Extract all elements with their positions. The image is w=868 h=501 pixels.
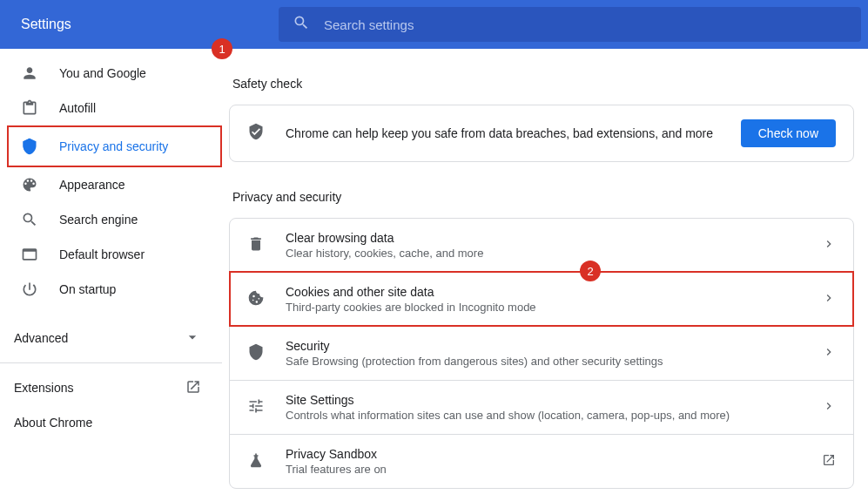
row-desc: Clear history, cookies, cache, and more <box>286 247 822 260</box>
person-icon <box>21 64 38 82</box>
sidebar-item-label: Default browser <box>59 247 145 261</box>
chevron-right-icon <box>822 237 836 254</box>
row-title: Site Settings <box>286 393 822 407</box>
row-privacy-sandbox[interactable]: Privacy Sandbox Trial features are on <box>230 434 853 488</box>
row-clear-browsing-data[interactable]: Clear browsing data Clear history, cooki… <box>230 219 853 272</box>
sidebar-about-label: About Chrome <box>14 416 92 430</box>
safety-check-card: Chrome can help keep you safe from data … <box>229 105 854 162</box>
palette-icon <box>21 176 38 193</box>
chevron-down-icon <box>184 328 201 349</box>
row-title: Security <box>286 339 822 353</box>
search-icon <box>293 14 324 35</box>
page-title: Settings <box>0 17 279 32</box>
sidebar-item-label: Autofill <box>59 101 96 115</box>
main-content: Safety check Chrome can help keep you sa… <box>222 49 868 501</box>
search-box[interactable] <box>279 7 861 42</box>
privacy-heading: Privacy and security <box>232 190 854 204</box>
sidebar-advanced-label: Advanced <box>14 331 68 345</box>
sidebar-item-on-startup[interactable]: On startup <box>0 272 208 307</box>
external-link-icon <box>822 453 836 471</box>
power-icon <box>21 281 38 298</box>
sidebar-extensions-label: Extensions <box>14 381 73 395</box>
sidebar-item-label: Privacy and security <box>59 139 168 153</box>
sidebar-item-appearance[interactable]: Appearance <box>0 167 208 202</box>
safety-check-heading: Safety check <box>232 77 854 91</box>
sidebar: You and Google Autofill Privacy and secu… <box>0 49 222 501</box>
sidebar-advanced-toggle[interactable]: Advanced <box>0 321 222 355</box>
row-desc: Controls what information sites can use … <box>286 409 822 422</box>
cookie-icon <box>247 289 265 310</box>
sidebar-item-label: On startup <box>59 282 116 296</box>
shield-check-icon <box>247 123 265 144</box>
chevron-right-icon <box>822 345 836 362</box>
row-title: Cookies and other site data <box>286 285 822 299</box>
flask-icon <box>247 451 265 472</box>
external-link-icon <box>185 379 201 397</box>
clipboard-icon <box>21 99 38 117</box>
row-cookies[interactable]: Cookies and other site data Third-party … <box>230 272 853 326</box>
chevron-right-icon <box>822 399 836 416</box>
safety-check-text: Chrome can help keep you safe from data … <box>286 126 741 140</box>
sidebar-item-label: You and Google <box>59 66 146 80</box>
row-desc: Trial features are on <box>286 463 822 476</box>
sidebar-item-default-browser[interactable]: Default browser <box>0 237 208 272</box>
header: Settings <box>0 0 868 49</box>
browser-icon <box>21 246 38 263</box>
row-title: Clear browsing data <box>286 231 822 245</box>
sidebar-item-autofill[interactable]: Autofill <box>0 91 208 125</box>
shield-icon <box>21 138 38 155</box>
chevron-right-icon <box>822 291 836 308</box>
sidebar-item-you-and-google[interactable]: You and Google <box>0 56 208 91</box>
search-icon <box>21 211 38 228</box>
check-now-button[interactable]: Check now <box>741 119 836 147</box>
sidebar-item-label: Search engine <box>59 213 138 227</box>
sidebar-extensions[interactable]: Extensions <box>0 370 222 405</box>
trash-icon <box>247 235 265 256</box>
sidebar-item-search-engine[interactable]: Search engine <box>0 202 208 237</box>
row-security[interactable]: Security Safe Browsing (protection from … <box>230 326 853 380</box>
sidebar-item-privacy[interactable]: Privacy and security <box>9 129 220 164</box>
row-desc: Third-party cookies are blocked in Incog… <box>286 301 822 314</box>
row-site-settings[interactable]: Site Settings Controls what information … <box>230 380 853 434</box>
callout-badge-1: 1 <box>212 38 232 59</box>
search-input[interactable] <box>324 17 847 32</box>
sidebar-item-label: Appearance <box>59 178 125 192</box>
sidebar-about[interactable]: About Chrome <box>0 405 222 440</box>
row-title: Privacy Sandbox <box>286 447 822 461</box>
callout-badge-2: 2 <box>580 261 601 281</box>
sliders-icon <box>247 397 265 418</box>
row-desc: Safe Browsing (protection from dangerous… <box>286 355 822 368</box>
privacy-list: Clear browsing data Clear history, cooki… <box>229 218 854 489</box>
divider <box>0 362 222 363</box>
callout-box-1: Privacy and security 1 <box>7 125 222 167</box>
shield-icon <box>247 343 265 364</box>
